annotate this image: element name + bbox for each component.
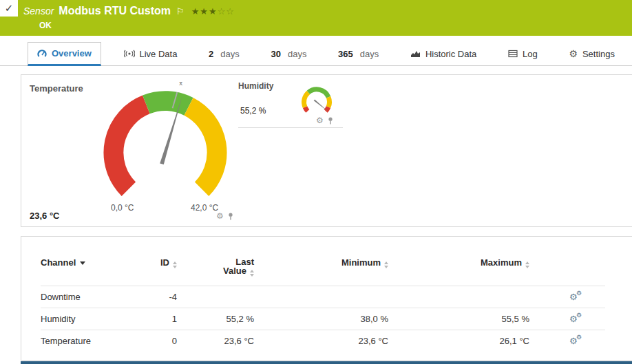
gauge-settings-icon[interactable]: ⚙	[316, 116, 324, 125]
channel-sort-caret-icon[interactable]	[80, 261, 85, 265]
tab-label: Log	[523, 49, 538, 59]
tab-2-days[interactable]: 2 days	[200, 42, 249, 65]
column-header-maximum[interactable]: Maximum	[388, 255, 529, 286]
cell-last-value: 55,2 %	[185, 308, 254, 330]
tab-settings[interactable]: ⚙ Settings	[560, 42, 624, 65]
main-content: Temperature x̄ 0,0 °C 42,0 °C 23,6 °C ⚙ …	[0, 66, 632, 361]
tab-unit: days	[288, 49, 306, 59]
average-marker-label: x̄	[179, 79, 182, 87]
gauge-red-segment	[305, 107, 308, 111]
tab-365-days[interactable]: 365 days	[329, 42, 388, 65]
tab-label: Overview	[52, 48, 92, 58]
next-section-divider	[21, 361, 632, 364]
humidity-gauge-svg	[295, 82, 338, 119]
tab-label: Settings	[582, 49, 615, 59]
table-row-temperature: Temperature 0 23,6 °C 23,6 °C 26,1 °C ⚙⚙	[41, 330, 605, 352]
cell-minimum: 38,0 %	[254, 308, 388, 330]
priority-stars[interactable]: ★★★☆☆	[191, 6, 235, 17]
header-label: Value	[223, 266, 246, 276]
gauge-yellow-segment	[328, 97, 330, 107]
tab-number: 365	[338, 49, 353, 59]
cell-minimum	[254, 286, 388, 308]
temperature-current-value: 23,6 °C	[30, 211, 60, 221]
gauge-pin-icon[interactable]	[228, 213, 233, 220]
cell-id: -4	[144, 286, 185, 308]
channel-settings-gears-icon[interactable]: ⚙⚙	[569, 292, 583, 302]
cell-channel: Temperature	[41, 330, 144, 352]
cell-maximum: 26,1 °C	[388, 330, 529, 352]
log-list-icon	[508, 50, 518, 58]
humidity-gauge-label: Humidity	[238, 81, 273, 91]
tab-bar: Overview Live Data 2 days 30 days 365 da…	[0, 42, 632, 66]
column-header-minimum[interactable]: Minimum	[254, 255, 388, 286]
temperature-scale-max: 42,0 °C	[191, 203, 218, 213]
temperature-gauge-actions: ⚙	[216, 212, 233, 220]
header-label: ID	[160, 257, 169, 268]
channel-settings-gears-icon[interactable]: ⚙⚙	[569, 336, 583, 346]
cell-last-value	[185, 286, 254, 308]
sort-icon[interactable]	[384, 261, 388, 268]
humidity-current-value: 55,2 %	[240, 106, 266, 116]
column-header-id[interactable]: ID	[144, 255, 185, 286]
gauge-red-segment	[326, 107, 328, 111]
temperature-gauge-svg: x̄	[92, 76, 238, 215]
gauge-settings-icon[interactable]: ⚙	[216, 212, 224, 220]
status-badge: OK	[39, 21, 632, 30]
sort-icon[interactable]	[173, 261, 177, 268]
channel-settings-gears-icon[interactable]: ⚙⚙	[569, 314, 583, 324]
header-label: Maximum	[481, 257, 522, 268]
cell-channel: Downtime	[41, 286, 144, 308]
cell-channel: Humidity	[41, 308, 144, 330]
gear-icon-small: ⚙	[576, 334, 582, 341]
column-header-actions	[529, 255, 605, 286]
gauge-yellow-segment	[189, 107, 217, 189]
tab-30-days[interactable]: 30 days	[262, 42, 315, 65]
settings-gear-icon: ⚙	[569, 49, 578, 58]
sensor-header: ✓ Sensor Modbus RTU Custom ⚐ ★★★☆☆ OK	[0, 0, 632, 36]
cell-minimum: 23,6 °C	[254, 330, 388, 352]
column-header-last-value[interactable]: LastValue	[185, 255, 254, 286]
cell-maximum: 55,5 %	[388, 308, 529, 330]
gauge-green-segment	[146, 101, 189, 107]
gauge-needle	[314, 99, 329, 111]
column-header-channel[interactable]: Channel	[41, 255, 144, 286]
channel-table-panel: Channel ID LastValue Minimum Maximum Dow…	[21, 236, 632, 361]
header-label: Minimum	[341, 257, 381, 268]
cell-last-value: 23,6 °C	[185, 330, 254, 352]
cell-id: 1	[144, 308, 185, 330]
tab-number: 2	[209, 49, 213, 59]
tab-label: Historic Data	[425, 49, 476, 59]
object-kind-label: Sensor	[23, 6, 54, 17]
priority-flag-icon[interactable]: ⚐	[176, 6, 185, 17]
ok-check-icon: ✓	[5, 2, 14, 14]
tab-log[interactable]: Log	[499, 42, 547, 65]
gauge-pin-icon[interactable]	[328, 117, 333, 125]
stars-empty[interactable]: ☆☆	[218, 6, 235, 17]
sort-icon[interactable]	[250, 270, 254, 277]
temperature-gauge: x̄	[92, 76, 238, 218]
tab-live-data[interactable]: Live Data	[115, 42, 187, 65]
page-title: Modbus RTU Custom	[59, 5, 171, 17]
tab-number: 30	[271, 49, 280, 59]
channel-table: Channel ID LastValue Minimum Maximum Dow…	[41, 255, 605, 352]
gear-icon-small: ⚙	[576, 312, 582, 319]
cell-maximum	[388, 286, 529, 308]
gauge-red-segment	[114, 105, 146, 189]
sort-icon[interactable]	[525, 261, 529, 268]
tab-unit: days	[220, 49, 239, 59]
temperature-scale-min: 0,0 °C	[111, 203, 134, 213]
gauges-panel: Temperature x̄ 0,0 °C 42,0 °C 23,6 °C ⚙ …	[21, 74, 632, 227]
historic-data-chart-icon	[410, 50, 421, 58]
tab-overview[interactable]: Overview	[28, 42, 101, 66]
table-row-downtime: Downtime -4 ⚙⚙	[41, 286, 605, 308]
table-row-humidity: Humidity 1 55,2 % 38,0 % 55,5 % ⚙⚙	[41, 308, 605, 330]
title-area: Sensor Modbus RTU Custom ⚐ ★★★☆☆ OK	[0, 0, 632, 30]
tab-historic-data[interactable]: Historic Data	[401, 42, 485, 65]
cell-id: 0	[144, 330, 185, 352]
temperature-gauge-label: Temperature	[30, 83, 83, 94]
gear-icon-small: ⚙	[576, 290, 582, 297]
humidity-divider	[238, 127, 343, 128]
stars-filled[interactable]: ★★★	[191, 6, 218, 17]
channel-table-header-row: Channel ID LastValue Minimum Maximum	[41, 255, 605, 286]
status-corner: ✓	[0, 0, 18, 17]
